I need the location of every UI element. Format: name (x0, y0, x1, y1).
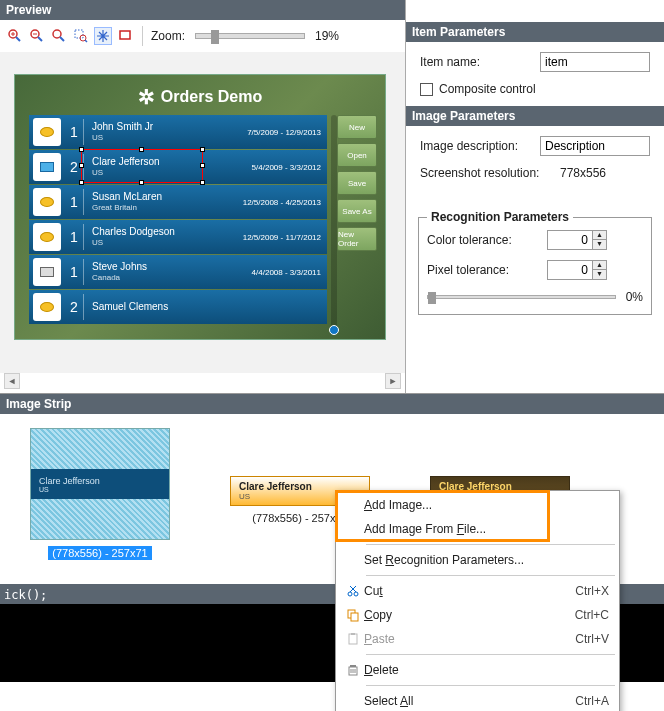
svg-line-8 (60, 37, 64, 41)
thumb-caption: (778x556) - 257x71 (252, 512, 347, 524)
svg-point-7 (53, 30, 61, 38)
select-rect-icon[interactable] (116, 27, 134, 45)
list-row: 2Samuel Clemens (29, 290, 327, 324)
menu-delete[interactable]: Delete (338, 658, 617, 682)
checkbox-icon[interactable] (420, 83, 433, 96)
ss-button: Save (337, 171, 377, 195)
menu-add-image[interactable]: Add Image... (338, 493, 617, 517)
pixel-tol-label: Pixel tolerance: (427, 263, 547, 277)
resolution-value: 778x556 (560, 166, 606, 180)
ss-button: New Order (337, 227, 377, 251)
menu-cut[interactable]: CutCtrl+X (338, 579, 617, 603)
zoom-label: Zoom: (151, 29, 185, 43)
spin-up-icon: ▲ (592, 231, 606, 240)
svg-line-11 (85, 40, 87, 42)
svg-point-14 (354, 592, 358, 596)
menu-set-recognition[interactable]: Set Recognition Parameters... (338, 548, 617, 572)
list-row: 1Steve JohnsCanada4/4/2008 - 3/3/2011 (29, 255, 327, 289)
spin-up-icon: ▲ (592, 261, 606, 270)
svg-rect-12 (120, 31, 130, 39)
ss-button: Save As (337, 199, 377, 223)
tolerance-slider[interactable] (427, 295, 616, 299)
recognition-legend: Recognition Parameters (427, 210, 573, 224)
svg-line-1 (16, 37, 20, 41)
item-params-header: Item Parameters (406, 22, 664, 42)
list-row: 1Charles DodgesonUS12/5/2009 - 11/7/2012 (29, 220, 327, 254)
image-desc-input[interactable] (540, 136, 650, 156)
copy-icon (342, 608, 364, 622)
item-name-label: Item name: (420, 55, 540, 69)
zoom-in-icon[interactable] (6, 27, 24, 45)
composite-checkbox[interactable]: Composite control (420, 82, 650, 96)
context-menu: Add Image... Add Image From File... Set … (335, 490, 620, 711)
preview-toolbar: Zoom: 19% (0, 20, 405, 52)
svg-line-5 (38, 37, 42, 41)
screenshot-preview[interactable]: ✲Orders Demo 1John Smith JrUS7/5/2009 - … (14, 74, 386, 340)
recognition-group: Recognition Parameters Color tolerance: … (418, 210, 652, 315)
delete-icon (342, 663, 364, 677)
list-row: 1Susan McLarenGreat Britain12/5/2008 - 4… (29, 185, 327, 219)
image-desc-label: Image description: (420, 139, 540, 153)
app-title: ✲Orders Demo (15, 85, 385, 109)
parameters-panel: Item Parameters Item name: Composite con… (406, 0, 664, 393)
zoom-value: 19% (315, 29, 339, 43)
spin-down-icon: ▼ (592, 240, 606, 249)
zoom-slider[interactable] (195, 33, 305, 39)
thumb-caption: (778x556) - 257x71 (48, 546, 151, 560)
color-tol-spinner[interactable]: ▲▼ (547, 230, 607, 250)
menu-copy[interactable]: CopyCtrl+C (338, 603, 617, 627)
image-params-header: Image Parameters (406, 106, 664, 126)
svg-point-13 (348, 592, 352, 596)
preview-header: Preview (0, 0, 405, 20)
zoom-out-icon[interactable] (28, 27, 46, 45)
spin-down-icon: ▼ (592, 270, 606, 279)
cut-icon (342, 584, 364, 598)
svg-rect-25 (350, 665, 356, 667)
scroll-right-icon[interactable]: ► (385, 373, 401, 389)
pixel-tol-spinner[interactable]: ▲▼ (547, 260, 607, 280)
svg-rect-20 (351, 633, 355, 635)
fit-icon[interactable] (94, 27, 112, 45)
svg-rect-19 (349, 634, 357, 644)
ss-button: Open (337, 143, 377, 167)
list-row: 1John Smith JrUS7/5/2009 - 12/9/2013 (29, 115, 327, 149)
resolution-label: Screenshot resolution: (420, 166, 560, 180)
paste-icon (342, 632, 364, 646)
list-row: 2Clare JeffersonUS5/4/2009 - 3/3/2012 (29, 150, 327, 184)
menu-select-all[interactable]: Select AllCtrl+A (338, 689, 617, 711)
preview-panel: Preview Zoom: 19% ✲Orders Demo 1John Smi… (0, 0, 406, 393)
menu-add-image-from-file[interactable]: Add Image From File... (338, 517, 617, 541)
ss-button: New (337, 115, 377, 139)
svg-rect-9 (75, 30, 83, 38)
menu-paste: PasteCtrl+V (338, 627, 617, 651)
svg-rect-18 (351, 613, 358, 621)
tolerance-value: 0% (626, 290, 643, 304)
item-name-input[interactable] (540, 52, 650, 72)
image-strip-header: Image Strip (0, 394, 664, 414)
thumbnail-item[interactable]: Clare JeffersonUS (778x556) - 257x71 (20, 428, 180, 570)
color-tol-label: Color tolerance: (427, 233, 547, 247)
zoom-actual-icon[interactable] (50, 27, 68, 45)
zoom-region-icon[interactable] (72, 27, 90, 45)
scroll-left-icon[interactable]: ◄ (4, 373, 20, 389)
